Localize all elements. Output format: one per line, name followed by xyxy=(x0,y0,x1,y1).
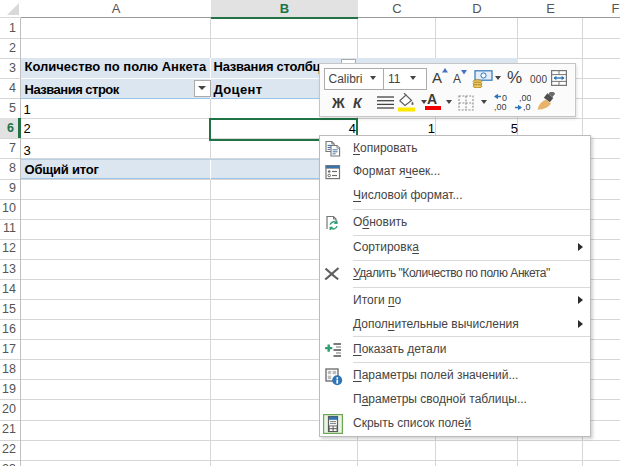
svg-text:,00: ,00 xyxy=(494,102,507,112)
svg-text:,0: ,0 xyxy=(523,102,531,112)
